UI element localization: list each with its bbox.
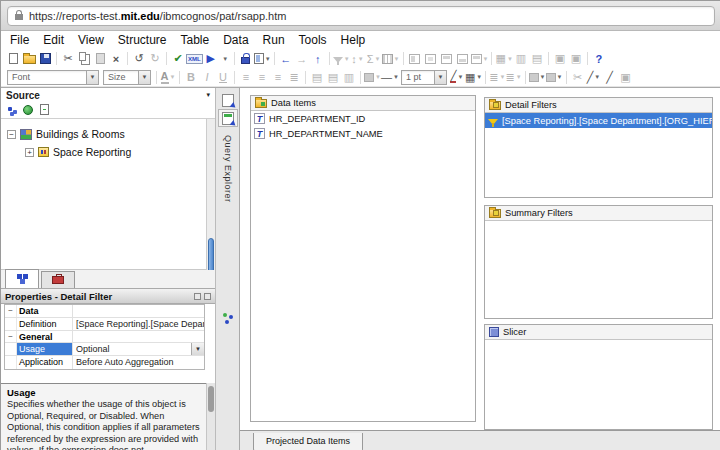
sections-button[interactable]: [439, 51, 455, 67]
italic-button[interactable]: I: [199, 69, 215, 85]
menu-structure[interactable]: Structure: [111, 31, 174, 49]
help-scrollbar[interactable]: [206, 383, 215, 450]
scrollbar-thumb[interactable]: [208, 386, 214, 412]
query-explorer-button[interactable]: [218, 109, 238, 127]
menu-table[interactable]: Table: [174, 31, 217, 49]
visual-aids-button[interactable]: ▼: [254, 51, 271, 67]
undo-button[interactable]: ↺: [131, 51, 147, 67]
line-weight-select[interactable]: 1 pt▼: [401, 70, 447, 85]
source-scrollbar[interactable]: [206, 119, 215, 291]
expand-toggle-icon[interactable]: +: [25, 148, 34, 157]
go-up-button[interactable]: ↑: [310, 51, 326, 67]
detail-filter-row-selected[interactable]: [Space Reporting].[Space Department].[OR…: [485, 113, 712, 128]
menu-data[interactable]: Data: [216, 31, 255, 49]
background-color-button[interactable]: ▼: [364, 69, 381, 85]
pick-up-style-button[interactable]: ╱▼: [586, 69, 602, 85]
redo-button[interactable]: ↻: [147, 51, 163, 67]
property-row-definition[interactable]: Definition [Space Reporting].[Space Depa…: [5, 318, 204, 331]
insert-table-button[interactable]: ▦▼: [495, 51, 512, 67]
spacing-button[interactable]: ▤: [309, 69, 325, 85]
list-button[interactable]: ≣▼: [489, 69, 505, 85]
run-report-button[interactable]: ▶: [203, 51, 219, 67]
property-row-usage[interactable]: Usage Optional ▼: [5, 343, 204, 356]
ungroup-button[interactable]: ▤: [529, 51, 545, 67]
justify-button[interactable]: ≣: [286, 69, 302, 85]
minimize-pane-button[interactable]: [194, 293, 201, 300]
underline-button[interactable]: U: [215, 69, 231, 85]
save-button[interactable]: [37, 51, 53, 67]
open-button[interactable]: [21, 51, 37, 67]
style-references-button[interactable]: ▼: [546, 69, 563, 85]
menu-tools[interactable]: Tools: [292, 31, 334, 49]
menu-edit[interactable]: Edit: [36, 31, 71, 49]
menu-view[interactable]: View: [71, 31, 111, 49]
data-item-row[interactable]: T HR_DEPARTMENT_NAME: [251, 126, 475, 141]
validate-button[interactable]: ✔: [170, 51, 186, 67]
property-group-row[interactable]: − General: [5, 331, 204, 344]
view-xml-button[interactable]: XML: [186, 51, 203, 67]
restore-pane-button[interactable]: [204, 293, 211, 300]
condition-explorer-icon[interactable]: [223, 313, 227, 317]
page-layers-button[interactable]: [455, 51, 471, 67]
group-button[interactable]: ▥: [513, 51, 529, 67]
menu-help[interactable]: Help: [334, 31, 373, 49]
data-item-icon: T: [254, 128, 265, 139]
edit-package-button[interactable]: [23, 101, 33, 119]
aggregate-button[interactable]: Σ▼: [366, 51, 382, 67]
tree-item-space-reporting[interactable]: + Space Reporting: [1, 143, 215, 161]
tree-item-buildings-rooms[interactable]: − Buildings & Rooms: [1, 125, 215, 143]
property-row-application[interactable]: Application Before Auto Aggregation: [5, 356, 204, 369]
chart-button[interactable]: ▼: [382, 51, 400, 67]
insert-block-button[interactable]: ▼: [471, 51, 489, 67]
font-color-button[interactable]: A▼: [160, 69, 176, 85]
refresh-source-button[interactable]: [40, 101, 49, 119]
border-color-button[interactable]: ╱▼: [449, 69, 465, 85]
property-group-row[interactable]: − Data: [5, 305, 204, 318]
align-left-button[interactable]: ≡: [238, 69, 254, 85]
borders-button[interactable]: ▦▼: [465, 69, 482, 85]
help-button[interactable]: ?: [591, 51, 607, 67]
indent-button[interactable]: ≣▼: [505, 69, 521, 85]
font-size-select[interactable]: Size▼: [103, 70, 151, 85]
insert-button[interactable]: [8, 101, 16, 119]
margins-button[interactable]: ▥: [341, 69, 357, 85]
tab-toolbox[interactable]: [41, 271, 75, 288]
apply-style-button[interactable]: ╱: [602, 69, 618, 85]
copy-button[interactable]: [76, 51, 92, 67]
font-family-select[interactable]: Font▼: [7, 70, 99, 85]
run-options-dropdown[interactable]: ▼: [219, 51, 231, 67]
url-input[interactable]: https://reports-test.mit.edu/ibmcognos/p…: [7, 6, 715, 26]
cut-button[interactable]: ✂: [60, 51, 76, 67]
paste-button[interactable]: [92, 51, 108, 67]
back-button[interactable]: ←: [278, 51, 294, 67]
pane-menu-caret-icon[interactable]: ▾: [206, 91, 210, 99]
footers-button[interactable]: [423, 51, 439, 67]
collapse-group-icon[interactable]: −: [5, 331, 17, 343]
collapse-toggle-icon[interactable]: −: [7, 130, 16, 139]
tab-source[interactable]: [5, 269, 39, 288]
sort-button[interactable]: ↕▼: [350, 51, 366, 67]
headers-button[interactable]: [407, 51, 423, 67]
conditional-styles-button[interactable]: ▼: [529, 69, 546, 85]
line-style-button[interactable]: —▼: [381, 69, 399, 85]
swap-rows-columns-button[interactable]: ▣: [568, 51, 584, 67]
new-button[interactable]: [5, 51, 21, 67]
insert-image-button[interactable]: ▣: [618, 69, 634, 85]
tab-projected-data-items[interactable]: Projected Data Items: [253, 433, 363, 450]
data-item-row[interactable]: T HR_DEPARTMENT_ID: [251, 111, 475, 126]
filters-button[interactable]: ▼: [333, 51, 350, 67]
align-center-button[interactable]: ≡: [254, 69, 270, 85]
usage-dropdown-button[interactable]: ▼: [191, 343, 204, 355]
clear-style-button[interactable]: ✂: [570, 69, 586, 85]
pivot-button[interactable]: ▣: [552, 51, 568, 67]
delete-button[interactable]: ×: [108, 51, 124, 67]
menu-file[interactable]: File: [3, 31, 36, 49]
forward-button[interactable]: →: [294, 51, 310, 67]
collapse-group-icon[interactable]: −: [5, 305, 17, 317]
line-spacing-button[interactable]: ▤: [325, 69, 341, 85]
align-right-button[interactable]: ≡: [270, 69, 286, 85]
bold-button[interactable]: B: [183, 69, 199, 85]
menu-run[interactable]: Run: [256, 31, 292, 49]
page-explorer-button[interactable]: [218, 91, 238, 109]
lock-page-objects-button[interactable]: [238, 51, 254, 67]
